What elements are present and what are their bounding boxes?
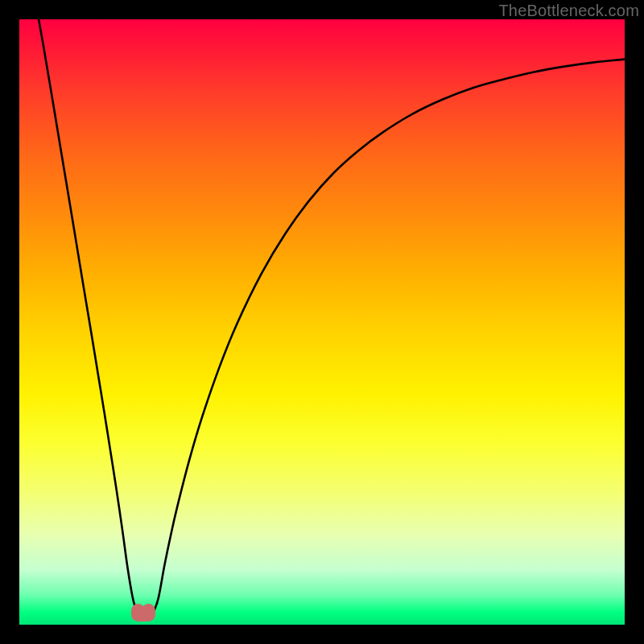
chart-frame: TheBottleneck.com	[0, 0, 644, 644]
attribution-text: TheBottleneck.com	[498, 2, 639, 20]
valley-marker-bridge	[137, 612, 150, 621]
bottleneck-curve	[19, 19, 625, 625]
